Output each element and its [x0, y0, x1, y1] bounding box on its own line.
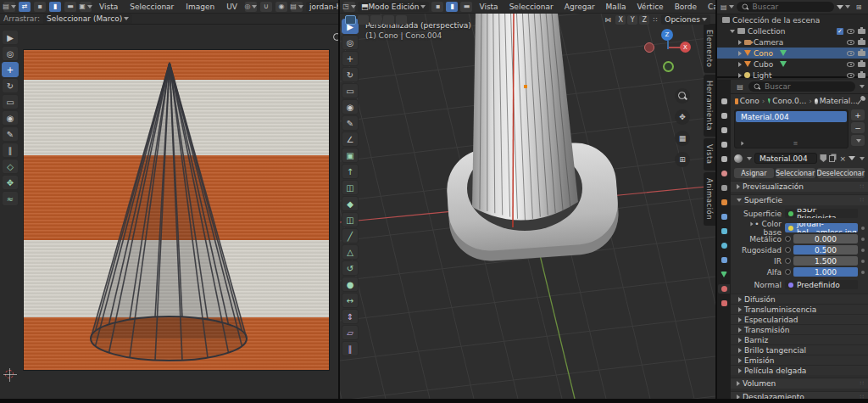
uv-2d-cursor[interactable]	[5, 370, 14, 378]
socket-icon[interactable]	[785, 269, 791, 275]
scene-collection-row[interactable]: Colección de la escena	[717, 14, 868, 25]
tab-vista[interactable]: Vista	[704, 138, 715, 170]
chevron-down-icon[interactable]	[860, 85, 865, 88]
vp-menu-vista[interactable]: Vista	[475, 2, 502, 12]
uv-canvas[interactable]: ▶◎+↻▭◉✎∥◇✥≈	[0, 25, 338, 399]
material-sphere-icon[interactable]	[734, 154, 743, 163]
fake-user-icon[interactable]	[820, 154, 826, 162]
tab-herramienta[interactable]: Herramienta	[704, 75, 715, 137]
transform-tool[interactable]: ◉	[2, 110, 19, 126]
panel-superficie[interactable]: Superficie∷	[731, 194, 868, 205]
panel-previsualizacion[interactable]: Previsualización∷	[731, 181, 868, 192]
face-select-mode-icon[interactable]: ▬	[460, 2, 472, 12]
object-row-cono[interactable]: Cono	[717, 48, 868, 59]
filter-toggle-icon[interactable]	[741, 142, 743, 146]
collection-row[interactable]: Collection ✓	[717, 25, 868, 36]
loop-cut-tool[interactable]: ◫	[342, 212, 359, 227]
perspective-toggle-icon[interactable]: ⊞	[675, 152, 690, 167]
rip-region-tool[interactable]: ∥	[2, 143, 19, 158]
uv-sync-selection-icon[interactable]: ⇄	[19, 2, 31, 12]
properties-tab-view-layer[interactable]	[718, 140, 730, 149]
subpanel-especularidad[interactable]: Especularidad	[731, 314, 868, 324]
drag-mode-dropdown[interactable]: Seleccionar (Marco)	[43, 14, 132, 24]
uv-menu-imagen[interactable]: Imagen	[181, 2, 219, 12]
subpanel-transmision[interactable]: Transmisión	[731, 324, 868, 334]
remove-slot-button[interactable]: −	[851, 122, 865, 133]
smooth-tool[interactable]: ●	[342, 277, 359, 292]
render-visibility-icon[interactable]	[858, 51, 865, 56]
material-name-field[interactable]: Material.004	[754, 153, 817, 164]
display-mode-icon[interactable]: ▤	[721, 2, 734, 12]
breadcrumb-mesh[interactable]: Cono.0...	[772, 97, 806, 105]
image-name-field[interactable]: jordan-holbrook-traffic-c	[306, 2, 338, 12]
expand-icon[interactable]	[738, 62, 742, 67]
drag-mode-subtract-icon[interactable]	[370, 15, 381, 25]
properties-tab-scene[interactable]	[718, 154, 730, 164]
gizmo-z-axis[interactable]: Z	[661, 29, 673, 41]
image-browse-icon[interactable]: ▤	[291, 2, 303, 12]
poly-build-tool[interactable]: △	[342, 244, 359, 260]
render-visibility-icon[interactable]	[858, 29, 865, 34]
render-visibility-icon[interactable]	[858, 40, 865, 45]
breadcrumb-material[interactable]: Material...	[820, 97, 858, 105]
annotate-tool[interactable]: ✎	[2, 126, 19, 142]
add-cube-tool[interactable]: ▣	[342, 148, 359, 163]
metallic-slider[interactable]: 0.000	[793, 234, 858, 243]
relax-tool[interactable]: ≈	[2, 191, 19, 206]
vp-menu-vertice[interactable]: Vértice	[632, 2, 667, 12]
render-visibility-icon[interactable]	[858, 73, 865, 78]
scale-tool[interactable]: ▭	[2, 94, 19, 109]
properties-tab-modifiers[interactable]	[718, 212, 730, 221]
pan-hand-icon[interactable]: ✥	[675, 109, 690, 125]
tab-animacion[interactable]: Animación	[704, 172, 715, 226]
specials-funnel-icon[interactable]	[849, 156, 855, 160]
tab-elemento[interactable]: Elemento	[704, 24, 715, 73]
decorator-dot[interactable]	[861, 227, 865, 230]
mirror-x-button[interactable]: X	[615, 15, 626, 25]
drag-mode-intersect-icon[interactable]	[396, 15, 407, 25]
base-color-texture-field[interactable]: jordan-hol...amless.jpg	[785, 223, 858, 232]
material-slot-list[interactable]: Material.004 ≡	[734, 109, 849, 148]
mode-dropdown[interactable]: ⬒ Modo Edición	[358, 2, 429, 12]
normal-field[interactable]: Predefinido	[785, 280, 858, 289]
expand-icon[interactable]	[730, 30, 735, 33]
breadcrumb-object[interactable]: Cono	[740, 97, 760, 105]
poly-tool[interactable]: ◇	[2, 159, 19, 174]
filter-icon[interactable]	[837, 2, 850, 12]
pin-icon[interactable]	[857, 98, 863, 104]
vp-menu-agregar[interactable]: Agregar	[560, 2, 599, 12]
expand-icon[interactable]	[738, 40, 742, 45]
properties-tab-particles[interactable]	[718, 227, 730, 236]
annotate-tool[interactable]: ✎	[342, 115, 359, 131]
hide-eye-icon[interactable]	[847, 40, 854, 45]
vp-menu-malla[interactable]: Malla	[602, 2, 631, 12]
subpanel-emision[interactable]: Emisión	[731, 355, 868, 365]
proportional-editing-icon[interactable]: ◉	[275, 2, 287, 12]
properties-tab-output[interactable]	[718, 126, 730, 135]
copy-datablock-icon[interactable]	[829, 155, 835, 162]
decorator-dot[interactable]	[861, 260, 865, 263]
edge-slide-tool[interactable]: ↔	[342, 293, 359, 308]
move-tool[interactable]: +	[342, 51, 359, 66]
subpanel-transluminiscencia[interactable]: Transluminiscencia	[731, 304, 868, 314]
rotate-tool[interactable]: ↻	[342, 67, 359, 82]
hide-eye-icon[interactable]	[847, 29, 854, 34]
properties-tab-material[interactable]	[718, 284, 730, 294]
unlink-icon[interactable]: ×	[839, 154, 846, 163]
assign-button[interactable]: Asignar	[734, 168, 774, 178]
gizmo-x-neg-axis[interactable]	[644, 42, 654, 53]
knife-tool[interactable]: ╱	[342, 228, 359, 243]
subpanel-brillo-tangencial[interactable]: Brillo tangencial	[731, 344, 868, 355]
scale-tool[interactable]: ▭	[342, 83, 359, 98]
properties-tab-world[interactable]	[718, 169, 730, 178]
drag-mode-extend-icon[interactable]	[358, 15, 369, 25]
vertex-select-mode-icon[interactable]: ▪	[431, 2, 443, 12]
measure-tool[interactable]: ∠	[342, 132, 359, 147]
socket-icon[interactable]	[785, 247, 791, 253]
editor-divider[interactable]	[715, 0, 717, 399]
tweak-select-tool[interactable]: ▶	[2, 30, 19, 45]
slot-specials-button[interactable]	[851, 135, 865, 146]
object-row-cubo[interactable]: Cubo	[717, 59, 868, 70]
new-collection-icon[interactable]: ⊞	[853, 2, 865, 12]
grip-icon[interactable]: ≡	[793, 140, 798, 147]
